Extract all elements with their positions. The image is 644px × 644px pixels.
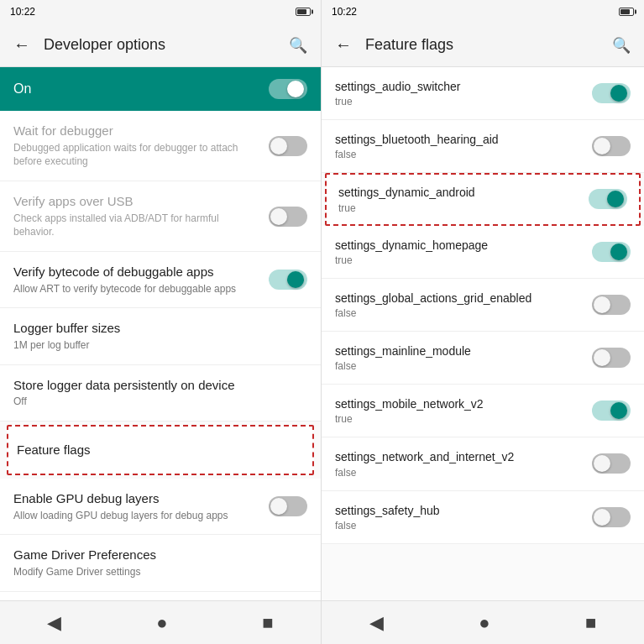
flag-text-mainline-module: settings_mainline_module false [335,343,592,372]
toggle-thumb-verify-usb [270,208,287,225]
flag-text-audio-switcher: settings_audio_switcher true [335,79,592,107]
setting-text-wait-debugger: Wait for debugger Debugged application w… [13,123,269,169]
on-toggle-thumb [287,81,304,97]
page-title-left: Developer options [44,36,165,54]
setting-wait-debugger: Wait for debugger Debugged application w… [0,111,321,181]
flag-name-network-internet: settings_network_and_internet_v2 [335,449,585,464]
toggle-thumb-wait-debugger [270,138,287,154]
setting-logger-buffer[interactable]: Logger buffer sizes 1M per log buffer [0,308,321,364]
flag-value-audio-switcher: true [335,96,585,107]
toggle-verify-bytecode[interactable] [269,270,307,290]
toggle-network-internet[interactable] [592,453,631,474]
toggle-thumb-dynamic-homepage [610,243,627,260]
setting-game-driver[interactable]: Game Driver Preferences Modify Game Driv… [0,535,321,591]
time-right: 10:22 [332,6,357,18]
flag-value-mobile-network: true [335,413,585,425]
toggle-verify-usb[interactable] [269,207,307,227]
flag-value-safety-hub: false [335,520,585,531]
flag-value-dynamic-homepage: true [335,254,585,266]
nav-square-left[interactable]: ■ [262,612,273,634]
search-icon-right[interactable]: 🔍 [612,36,631,55]
setting-desc-gpu-debug: Allow loading GPU debug layers for debug… [13,509,262,523]
flag-value-bluetooth-hearing: false [335,149,585,160]
setting-desc-verify-bytecode: Allow ART to verify bytecode for debugga… [13,282,262,296]
setting-store-logger[interactable]: Store logger data persistently on device… [0,365,321,421]
nav-bar-left: ◀ ● ■ [0,600,321,644]
setting-title-gpu-debug: Enable GPU debug layers [13,490,262,507]
on-toggle[interactable] [269,79,307,99]
flag-safety-hub: settings_safety_hub false [322,491,644,544]
flag-name-mainline-module: settings_mainline_module [335,343,585,359]
flag-value-mainline-module: false [335,360,585,372]
setting-feature-flags[interactable]: Feature flags [7,425,314,475]
page-title-right: Feature flags [365,36,453,54]
toggle-safety-hub[interactable] [592,507,631,527]
setting-desc-wait-debugger: Debugged application waits for debugger … [13,141,262,170]
flag-mobile-network: settings_mobile_network_v2 true [322,385,644,437]
toggle-wait-debugger[interactable] [269,136,307,156]
toggle-mobile-network[interactable] [592,401,631,421]
flag-value-network-internet: false [335,467,585,479]
nav-back-left[interactable]: ◀ [47,612,61,634]
toggle-thumb-dynamic-android [607,191,624,207]
content-area-right: settings_audio_switcher true settings_bl… [322,67,644,600]
content-area-left: On Wait for debugger Debugged applicatio… [0,67,321,600]
toggle-bluetooth-hearing[interactable] [592,136,631,156]
toggle-thumb-safety-hub [594,509,610,526]
right-panel: 10:22 ← Feature flags 🔍 settings_audio_s… [322,0,644,644]
setting-title-feature-flags: Feature flags [17,442,297,458]
battery-icon-left [296,8,311,16]
toggle-mainline-module[interactable] [592,348,631,368]
toggle-audio-switcher[interactable] [592,83,631,103]
flag-name-safety-hub: settings_safety_hub [335,503,585,518]
setting-system-tracing[interactable]: System Tracing [0,592,321,600]
setting-title-verify-usb: Verify apps over USB [13,193,262,210]
flag-dynamic-homepage: settings_dynamic_homepage true [322,226,644,279]
nav-square-right[interactable]: ■ [585,612,596,634]
setting-text-feature-flags: Feature flags [17,442,304,458]
toggle-gpu-debug[interactable] [269,496,307,516]
setting-verify-usb: Verify apps over USB Check apps installe… [0,181,321,252]
nav-bar-right: ◀ ● ■ [322,600,644,644]
toggle-dynamic-android[interactable] [589,189,627,209]
flag-dynamic-android: settings_dynamic_android true [325,173,641,225]
top-bar-left-group: ← Developer options [13,35,165,55]
search-icon-left[interactable]: 🔍 [289,36,307,55]
setting-text-verify-usb: Verify apps over USB Check apps installe… [13,193,269,239]
toggle-dynamic-homepage[interactable] [592,242,631,262]
flag-network-internet: settings_network_and_internet_v2 false [322,437,644,490]
flag-text-bluetooth-hearing: settings_bluetooth_hearing_aid false [335,132,592,160]
flag-text-dynamic-android: settings_dynamic_android true [338,185,589,213]
flag-name-global-actions: settings_global_actions_grid_enabled [335,291,585,306]
toggle-thumb-bluetooth-hearing [594,138,610,154]
nav-back-right[interactable]: ◀ [369,612,384,634]
top-bar-right-group: ← Feature flags [335,35,453,55]
toggle-thumb-mobile-network [610,402,627,419]
setting-text-gpu-debug: Enable GPU debug layers Allow loading GP… [13,490,269,522]
toggle-global-actions[interactable] [592,295,631,315]
flag-text-safety-hub: settings_safety_hub false [335,503,592,531]
back-button-right[interactable]: ← [335,35,352,55]
flag-text-mobile-network: settings_mobile_network_v2 true [335,396,592,425]
status-bar-right: 10:22 [322,0,644,24]
setting-title-logger-buffer: Logger buffer sizes [13,320,301,337]
back-button-left[interactable]: ← [13,35,30,55]
setting-title-verify-bytecode: Verify bytecode of debuggable apps [13,264,262,280]
setting-text-store-logger: Store logger data persistently on device… [13,377,307,409]
setting-text-game-driver: Game Driver Preferences Modify Game Driv… [13,547,307,579]
toggle-thumb-network-internet [594,455,610,472]
setting-text-verify-bytecode: Verify bytecode of debuggable apps Allow… [13,264,269,296]
setting-title-game-driver: Game Driver Preferences [13,547,301,563]
nav-home-right[interactable]: ● [479,612,490,634]
setting-text-logger-buffer: Logger buffer sizes 1M per log buffer [13,320,307,352]
toggle-thumb-global-actions [594,296,610,313]
toggle-thumb-verify-bytecode [287,271,304,288]
toggle-thumb-audio-switcher [610,85,627,102]
flag-mainline-module: settings_mainline_module false [322,332,644,385]
flag-audio-switcher: settings_audio_switcher true [322,67,644,120]
setting-desc-store-logger: Off [13,395,301,409]
flag-name-dynamic-homepage: settings_dynamic_homepage [335,238,585,253]
nav-home-left[interactable]: ● [156,612,167,634]
battery-icon-right [619,8,634,16]
top-bar-left: ← Developer options 🔍 [0,24,321,67]
